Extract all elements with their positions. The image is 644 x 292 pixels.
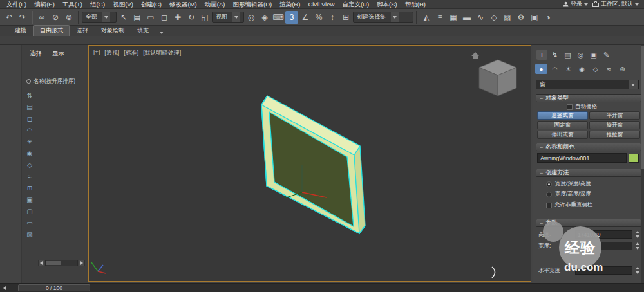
schematic-view-icon[interactable]: ◇ [488, 11, 500, 24]
width-spinner[interactable] [634, 242, 640, 250]
width-value-field[interactable] [575, 242, 632, 250]
use-pivot-center-icon[interactable]: ◎ [245, 11, 258, 24]
object-name-field[interactable]: AwningWindow001 [537, 153, 627, 163]
spinner-snap-icon[interactable]: ↕ [326, 11, 339, 24]
utilities-tab-icon[interactable]: ✎ [601, 50, 612, 60]
redo-icon[interactable]: ↷ [16, 11, 29, 24]
category-helpers-icon[interactable]: ◇ [589, 64, 601, 74]
category-spacewarps-icon[interactable]: ≈ [603, 64, 615, 74]
signin-button[interactable]: 登录 [563, 0, 588, 8]
viewport-standard-menu[interactable]: [标准] [124, 49, 138, 57]
category-geometry-icon[interactable]: ● [535, 64, 547, 74]
viewport-pov-menu[interactable]: [透视] [104, 49, 119, 57]
ribbon-toggle-icon[interactable]: ▬ [460, 11, 473, 24]
explorer-filter-materials-icon[interactable]: ▨ [24, 229, 35, 239]
select-by-name-icon[interactable]: ▤ [131, 11, 144, 24]
explorer-filter-shapes-icon[interactable]: ◠ [24, 125, 35, 135]
select-manipulate-icon[interactable]: ◈ [258, 11, 271, 24]
explorer-sort-icon[interactable]: ⇅ [24, 90, 35, 100]
horizontal-width-spinner[interactable] [634, 266, 640, 275]
select-rotate-icon[interactable]: ↻ [185, 11, 198, 24]
scrollbar-thumb[interactable] [641, 46, 644, 169]
height-spinner[interactable] [634, 230, 640, 239]
horizontal-width-value-field[interactable] [575, 266, 632, 275]
render-setup-icon[interactable]: ⚙ [515, 11, 527, 24]
ribbon-tab-object-paint[interactable]: 对象绘制 [95, 26, 130, 36]
ribbon-tab-modeling[interactable]: 建模 [9, 26, 32, 36]
window-crossing-icon[interactable]: ◻ [158, 11, 171, 24]
undo-icon[interactable]: ↶ [3, 11, 15, 24]
menu-edit[interactable]: 编辑(E) [30, 0, 59, 9]
angle-snap-icon[interactable]: ∠ [299, 11, 312, 24]
track-bar-frame-indicator[interactable]: 0 / 100 [18, 284, 90, 291]
explorer-column-header[interactable]: 名称(按升序排序) [26, 77, 86, 86]
menu-group[interactable]: 组(G) [86, 0, 109, 9]
display-tab-icon[interactable]: ▣ [588, 50, 599, 60]
selection-filter-dropdown[interactable]: 全部 [82, 12, 117, 23]
allow-non-vertical-jambs-checkbox[interactable]: 允许非垂直侧柱 [546, 201, 593, 209]
rollout-name-color[interactable]: 名称和颜色 [536, 143, 641, 151]
ribbon-tab-populate[interactable]: 填充 [131, 26, 155, 36]
command-panel-scrollbar[interactable] [641, 45, 644, 283]
percent-snap-icon[interactable]: % [312, 11, 325, 24]
unlink-icon[interactable]: ⊘ [49, 11, 62, 24]
scrollbar-thumb[interactable] [46, 261, 61, 265]
category-lights-icon[interactable]: ☀ [562, 64, 574, 74]
rollout-creation-method[interactable]: 创建方法 [536, 169, 641, 177]
explorer-filter-lights-icon[interactable]: ☀ [24, 136, 35, 147]
rect-select-region-icon[interactable]: ▭ [144, 11, 157, 24]
pivoted-window-button[interactable]: 旋开窗 [589, 121, 640, 129]
bind-spacewarp-icon[interactable]: ⊚ [62, 11, 75, 24]
rollout-parameters[interactable]: 参数 [536, 219, 641, 227]
menu-scripting[interactable]: 脚本(S) [373, 0, 401, 9]
modify-tab-icon[interactable]: ↯ [549, 50, 560, 60]
fixed-window-button[interactable]: 固定窗 [537, 121, 588, 129]
hierarchy-tab-icon[interactable]: ▤ [562, 50, 573, 60]
explorer-menu-display[interactable]: 显示 [52, 49, 64, 58]
explorer-filter-spacewarps-icon[interactable]: ≈ [24, 171, 35, 181]
motion-tab-icon[interactable]: ◎ [575, 50, 586, 60]
select-object-icon[interactable]: ↖ [117, 11, 130, 24]
rendered-frame-icon[interactable]: ▣ [528, 11, 541, 24]
timeline-scroll-left-icon[interactable] [0, 286, 9, 290]
align-icon[interactable]: ≡ [433, 11, 446, 24]
height-value-field[interactable]: 17410.69 [575, 230, 632, 239]
ribbon-tab-selection[interactable]: 选择 [71, 26, 94, 36]
edit-named-selections-icon[interactable]: ⊞ [339, 11, 352, 24]
explorer-filter-helpers-icon[interactable]: ◇ [24, 160, 35, 170]
menu-create[interactable]: 创建(C) [137, 0, 166, 9]
category-systems-icon[interactable]: ⊛ [616, 64, 629, 74]
radio-width-height-depth[interactable]: 宽度/高度/深度 [546, 190, 591, 198]
menu-modifiers[interactable]: 修改器(M) [166, 0, 201, 9]
awning-window-button[interactable]: 遮篷式窗 [537, 111, 588, 120]
scrollbar-track[interactable] [45, 260, 78, 266]
menu-customize[interactable]: 自定义(U) [338, 0, 373, 9]
material-editor-icon[interactable]: ▨ [501, 11, 514, 24]
select-link-icon[interactable]: ∞ [35, 11, 48, 24]
explorer-filter-groups-icon[interactable]: ⊞ [24, 183, 35, 193]
subcategory-dropdown[interactable]: 窗 [536, 80, 639, 89]
create-tab-icon[interactable]: + [536, 50, 547, 60]
viewport-canvas[interactable] [89, 46, 531, 281]
object-color-swatch[interactable] [629, 154, 639, 163]
mirror-icon[interactable]: ◭ [420, 11, 433, 24]
explorer-filter-cameras-icon[interactable]: ◉ [24, 148, 35, 158]
viewport-general-menu[interactable]: [+] [93, 49, 100, 57]
explorer-filter-bones-icon[interactable]: ▢ [24, 206, 35, 216]
explorer-menu-select[interactable]: 选择 [30, 49, 42, 58]
viewcube-home-icon[interactable] [471, 52, 479, 59]
ribbon-tab-freeform[interactable]: 自由形式 [33, 25, 70, 36]
category-cameras-icon[interactable]: ◉ [576, 64, 588, 74]
scroll-left-icon[interactable] [38, 260, 44, 266]
select-scale-icon[interactable]: ◱ [198, 11, 211, 24]
curve-editor-icon[interactable]: ∿ [474, 11, 487, 24]
menu-civil-view[interactable]: Civil View [304, 0, 338, 9]
explorer-hierarchy-icon[interactable]: ▤ [24, 102, 35, 112]
viewport-shading-menu[interactable]: [默认明暗处理] [143, 49, 181, 57]
rollout-object-type[interactable]: 对象类型 [536, 94, 641, 102]
explorer-filter-containers-icon[interactable]: ▭ [24, 217, 35, 228]
radio-width-depth-height[interactable]: 宽度/深度/高度 [546, 180, 591, 188]
menu-animation[interactable]: 动画(A) [201, 0, 229, 9]
sliding-window-button[interactable]: 推拉窗 [589, 131, 640, 139]
ribbon-more-caret-icon[interactable] [160, 32, 164, 34]
